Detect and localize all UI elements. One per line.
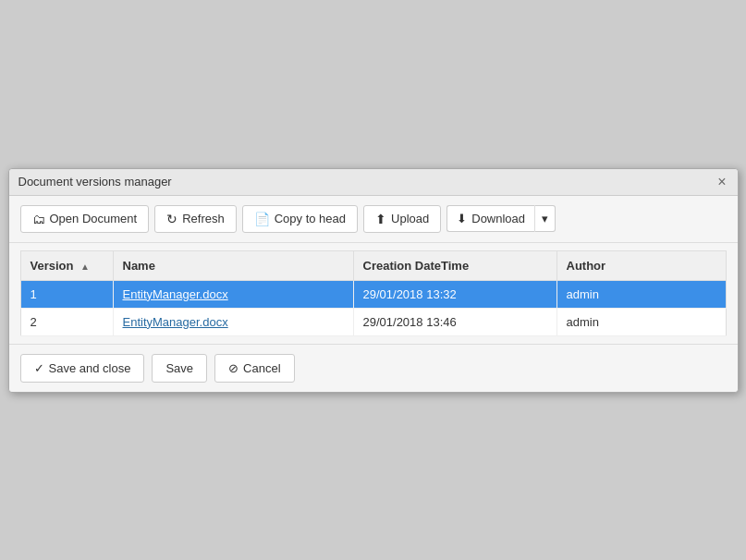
download-label: Download <box>471 212 525 225</box>
close-button[interactable]: × <box>715 175 728 189</box>
cancel-button[interactable]: ⊘ Cancel <box>214 354 294 383</box>
download-button-group: ⬇ Download ▾ <box>446 205 556 232</box>
cell-name: EntityManager.docx <box>113 308 353 335</box>
cell-name: EntityManager.docx <box>113 280 353 308</box>
open-document-label: Open Document <box>50 212 138 225</box>
versions-table: Version ▲ Name Creation DateTime Author … <box>20 250 727 336</box>
cell-version: 1 <box>20 280 113 308</box>
table-row[interactable]: 1EntityManager.docx29/01/2018 13:32admin <box>20 280 726 308</box>
refresh-icon: ↻ <box>166 212 177 226</box>
file-link[interactable]: EntityManager.docx <box>123 287 228 301</box>
column-header-datetime[interactable]: Creation DateTime <box>353 250 556 280</box>
dialog-title: Document versions manager <box>18 175 172 189</box>
column-header-author[interactable]: Author <box>556 250 726 280</box>
save-and-close-label: Save and close <box>49 361 131 375</box>
cell-version: 2 <box>20 308 113 335</box>
versions-table-container: Version ▲ Name Creation DateTime Author … <box>9 243 738 344</box>
column-header-version[interactable]: Version ▲ <box>20 250 113 280</box>
cell-datetime: 29/01/2018 13:32 <box>353 280 556 308</box>
download-dropdown-button[interactable]: ▾ <box>534 205 556 232</box>
upload-button[interactable]: ⬆ Upload <box>363 205 441 233</box>
chevron-down-icon: ▾ <box>542 212 548 225</box>
upload-label: Upload <box>391 212 429 225</box>
table-header-row: Version ▲ Name Creation DateTime Author <box>20 250 726 280</box>
refresh-button[interactable]: ↻ Refresh <box>154 205 237 233</box>
file-link[interactable]: EntityManager.docx <box>123 315 228 329</box>
copy-to-head-label: Copy to head <box>275 212 346 225</box>
save-label: Save <box>165 361 193 375</box>
upload-icon: ⬆ <box>375 212 386 226</box>
download-icon: ⬇ <box>457 212 467 225</box>
cell-author: admin <box>556 280 726 308</box>
dialog-titlebar: Document versions manager × <box>9 169 738 196</box>
save-button[interactable]: Save <box>152 354 207 383</box>
save-and-close-button[interactable]: ✓ Save and close <box>20 354 145 383</box>
open-doc-icon: 🗂 <box>32 212 45 226</box>
sort-asc-icon: ▲ <box>80 262 90 272</box>
copy-icon: 📄 <box>254 212 270 226</box>
refresh-label: Refresh <box>182 212 225 225</box>
cancel-icon: ⊘ <box>228 361 238 375</box>
column-header-name[interactable]: Name <box>113 250 353 280</box>
cancel-label: Cancel <box>243 361 280 375</box>
copy-to-head-button[interactable]: 📄 Copy to head <box>242 205 358 233</box>
document-versions-dialog: Document versions manager × 🗂 Open Docum… <box>8 168 739 393</box>
cell-datetime: 29/01/2018 13:46 <box>353 308 556 335</box>
open-document-button[interactable]: 🗂 Open Document <box>20 205 150 233</box>
dialog-footer: ✓ Save and close Save ⊘ Cancel <box>9 344 738 392</box>
check-icon: ✓ <box>34 361 44 375</box>
table-row[interactable]: 2EntityManager.docx29/01/2018 13:46admin <box>20 308 726 335</box>
download-main-button[interactable]: ⬇ Download <box>446 205 534 232</box>
cell-author: admin <box>556 308 726 335</box>
toolbar: 🗂 Open Document ↻ Refresh 📄 Copy to head… <box>9 196 738 243</box>
